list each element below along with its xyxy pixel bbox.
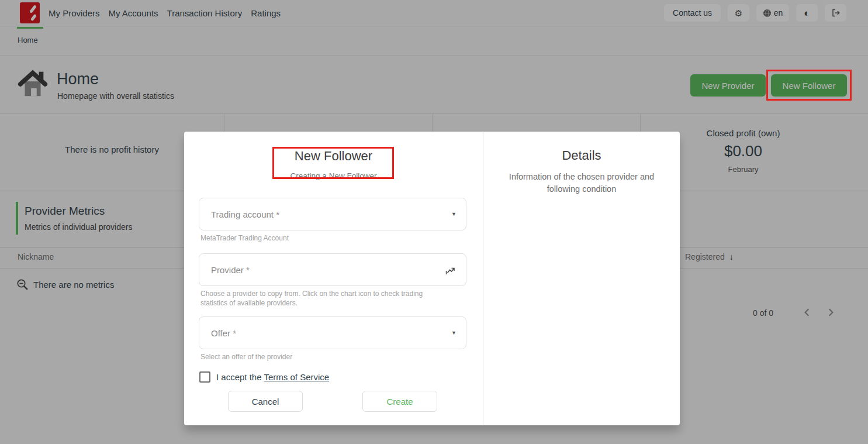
trading-account-select[interactable]: Trading account * ▼ bbox=[199, 198, 466, 230]
terms-row: I accept the Terms of Service bbox=[199, 371, 329, 383]
dialog-details-pane: Details Information of the chosen provid… bbox=[483, 132, 680, 425]
app-window: My Providers My Accounts Transaction His… bbox=[0, 0, 868, 444]
chart-icon[interactable] bbox=[445, 264, 457, 276]
details-title: Details bbox=[483, 148, 680, 163]
provider-label: Provider * bbox=[211, 265, 445, 275]
terms-of-service-link[interactable]: Terms of Service bbox=[264, 372, 329, 382]
chevron-down-icon: ▼ bbox=[451, 330, 457, 336]
trading-account-helper: MetaTrader Trading Account bbox=[200, 233, 446, 243]
offer-select[interactable]: Offer * ▼ bbox=[199, 316, 466, 349]
offer-helper: Select an offer of the provider bbox=[200, 352, 446, 362]
terms-checkbox[interactable] bbox=[199, 371, 210, 383]
terms-text: I accept the Terms of Service bbox=[216, 372, 329, 382]
dialog-form-pane: New Follower Creating a New Follower Tra… bbox=[184, 132, 483, 425]
provider-select[interactable]: Provider * bbox=[199, 253, 466, 286]
new-follower-dialog: New Follower Creating a New Follower Tra… bbox=[184, 132, 680, 425]
create-button[interactable]: Create bbox=[362, 391, 437, 412]
offer-label: Offer * bbox=[211, 328, 451, 338]
dialog-title: New Follower bbox=[184, 149, 483, 164]
cancel-button[interactable]: Cancel bbox=[228, 391, 303, 412]
provider-helper: Choose a provider to copy from. Click on… bbox=[200, 289, 446, 308]
dialog-subtitle: Creating a New Follower bbox=[184, 171, 483, 180]
terms-prefix: I accept the bbox=[216, 372, 262, 382]
details-subtitle: Information of the chosen provider and f… bbox=[507, 171, 656, 195]
trading-account-label: Trading account * bbox=[211, 209, 451, 219]
chevron-down-icon: ▼ bbox=[451, 211, 457, 217]
